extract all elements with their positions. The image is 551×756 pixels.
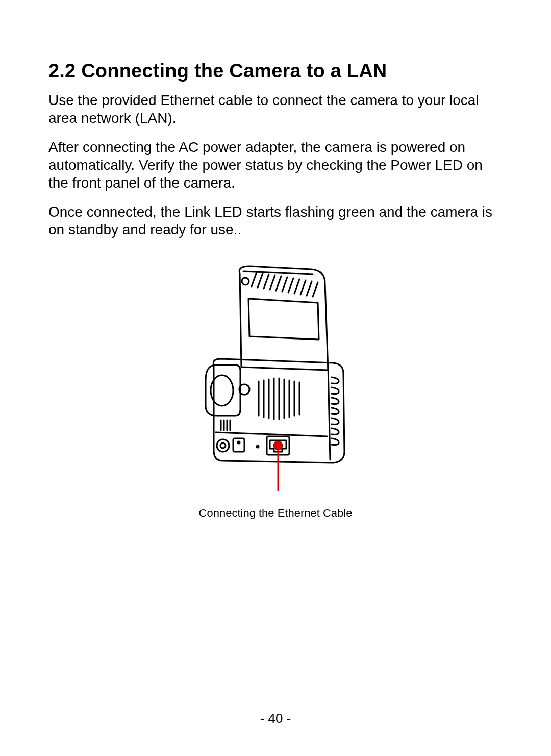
paragraph-3: Once connected, the Link LED starts flas… [48,203,503,239]
svg-line-6 [282,277,287,292]
svg-line-4 [270,275,275,290]
svg-line-2 [258,273,263,288]
svg-point-34 [273,441,283,450]
svg-rect-30 [233,438,244,452]
camera-svg [191,263,360,498]
svg-point-32 [257,446,259,448]
paragraph-1: Use the provided Ethernet cable to conne… [48,91,503,127]
svg-line-11 [313,282,318,297]
svg-point-28 [217,439,229,452]
svg-line-10 [307,281,312,296]
svg-line-8 [294,279,299,294]
figure-caption: Connecting the Ethernet Cable [48,507,503,520]
svg-line-3 [264,274,269,289]
svg-line-9 [300,280,306,295]
svg-point-31 [238,441,240,444]
svg-point-0 [242,278,249,285]
svg-point-29 [220,443,226,448]
svg-line-5 [276,276,281,291]
svg-line-7 [288,278,293,293]
svg-line-1 [252,272,257,286]
paragraph-2: After connecting the AC power adapter, t… [48,138,503,192]
camera-illustration [191,263,360,500]
figure-container: Connecting the Ethernet Cable [48,263,503,520]
ethernet-port-callout [273,441,283,491]
section-heading: 2.2 Connecting the Camera to a LAN [48,60,503,82]
page-number: - 40 - [0,711,551,726]
document-page: 2.2 Connecting the Camera to a LAN Use t… [0,0,551,756]
